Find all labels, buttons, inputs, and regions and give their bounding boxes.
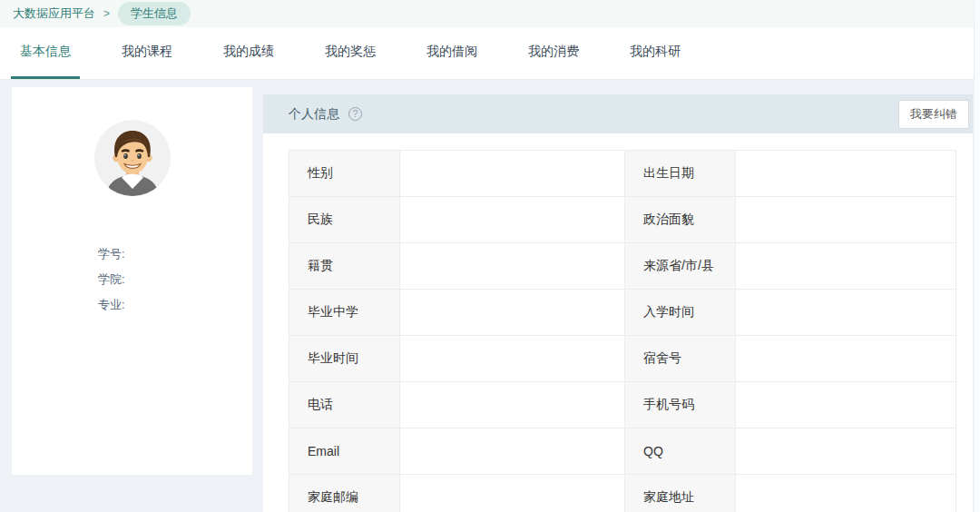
table-row: 家庭邮编 家庭地址: [289, 475, 956, 512]
table-row: 民族 政治面貌: [289, 197, 956, 243]
field-label: 家庭邮编: [289, 475, 400, 512]
table-row: 毕业中学 入学时间: [289, 290, 956, 336]
tab-my-grades[interactable]: 我的成绩: [214, 27, 283, 79]
field-value: [400, 243, 625, 290]
field-label: 政治面貌: [625, 197, 736, 243]
breadcrumb: 大数据应用平台 > 学生信息: [0, 0, 980, 27]
field-value: [736, 475, 956, 512]
scrollbar-track[interactable]: [974, 0, 980, 512]
tab-my-research[interactable]: 我的科研: [621, 27, 690, 79]
field-value: [400, 382, 625, 428]
field-value: [400, 151, 625, 197]
student-id-fields: 学号: 学院: 专业:: [12, 247, 252, 311]
personal-info-table: 性别 出生日期 民族 政治面貌 籍贯 来源省/市/县 毕业中学 入学时间: [289, 150, 956, 512]
field-value: [400, 290, 625, 336]
tab-basic-info[interactable]: 基本信息: [11, 27, 80, 79]
field-value: [736, 428, 956, 475]
profile-card: 学号: 学院: 专业:: [12, 87, 252, 475]
breadcrumb-current-tag[interactable]: 学生信息: [118, 2, 191, 25]
table-row: 籍贯 来源省/市/县: [289, 243, 956, 290]
table-row: 毕业时间 宿舍号: [289, 336, 956, 382]
table-row: 性别 出生日期: [289, 151, 956, 197]
tab-bar: 基本信息 我的课程 我的成绩 我的奖惩 我的借阅 我的消费 我的科研: [0, 27, 980, 80]
breadcrumb-separator: >: [103, 7, 110, 20]
table-row: 电话 手机号码: [289, 382, 956, 428]
major-label: 专业:: [98, 298, 252, 311]
field-value: [736, 197, 956, 243]
field-value: [736, 151, 956, 197]
tab-my-rewards[interactable]: 我的奖惩: [316, 27, 385, 79]
field-label: 入学时间: [625, 290, 736, 336]
field-label: 毕业时间: [289, 336, 400, 382]
field-label: 性别: [289, 151, 400, 197]
panel-title: 个人信息: [289, 106, 339, 123]
student-number-label: 学号:: [98, 247, 252, 261]
field-label: 民族: [289, 197, 400, 243]
field-value: [400, 475, 625, 512]
field-value: [736, 243, 956, 290]
field-label: 来源省/市/县: [625, 243, 736, 290]
college-label: 学院:: [98, 272, 252, 286]
avatar-image: [94, 120, 171, 196]
avatar: [12, 120, 252, 196]
tab-my-spending[interactable]: 我的消费: [519, 27, 588, 79]
field-value: [400, 197, 625, 243]
tab-my-borrowing[interactable]: 我的借阅: [417, 27, 486, 79]
field-value: [736, 290, 956, 336]
field-label: 手机号码: [625, 382, 736, 428]
table-row: Email QQ: [289, 428, 956, 475]
field-label: 电话: [289, 382, 400, 428]
field-value: [736, 336, 956, 382]
personal-info-panel: 个人信息 ? 我要纠错 性别 出生日期 民族 政治面貌 籍贯 来源省/市/县: [263, 94, 973, 512]
field-value: [400, 428, 625, 475]
field-label: 毕业中学: [289, 290, 400, 336]
report-error-button[interactable]: 我要纠错: [898, 100, 969, 129]
field-label: Email: [289, 428, 400, 475]
field-label: 出生日期: [625, 151, 736, 197]
field-value: [736, 382, 956, 428]
breadcrumb-platform[interactable]: 大数据应用平台: [13, 5, 95, 22]
field-label: QQ: [625, 428, 736, 475]
field-value: [400, 336, 625, 382]
field-label: 家庭地址: [625, 475, 736, 512]
help-icon[interactable]: ?: [348, 107, 362, 121]
field-label: 籍贯: [289, 243, 400, 290]
field-label: 宿舍号: [625, 336, 736, 382]
panel-header: 个人信息 ? 我要纠错: [263, 94, 973, 133]
tab-my-courses[interactable]: 我的课程: [113, 27, 181, 79]
